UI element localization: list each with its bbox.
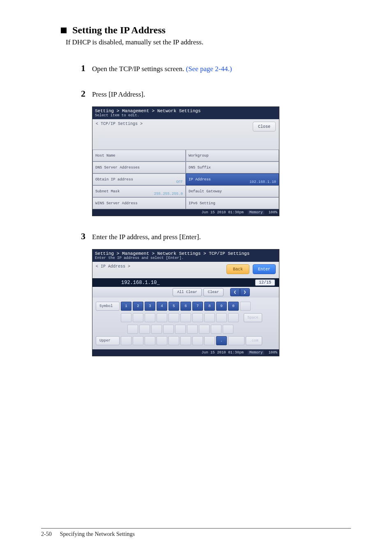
- ip-address-button[interactable]: IP Address192.168.1.10: [186, 173, 279, 185]
- settings-grid: Host Name Workgroup DNS Server Addresses…: [92, 150, 279, 209]
- workgroup-label: Workgroup: [189, 154, 276, 158]
- page-footer: 2-50 Specifying the Network Settings: [41, 528, 351, 538]
- key-disabled: [121, 313, 131, 322]
- key-disabled: [175, 325, 186, 334]
- key-9[interactable]: 9: [216, 302, 227, 311]
- ip-address-value: 192.168.1.10: [249, 180, 276, 184]
- datetime-label: Jun 15 2010 01:30pm: [201, 351, 244, 355]
- upper-button[interactable]: Upper: [96, 336, 120, 345]
- screenshot-footer: Jun 15 2010 01:30pm Memory 100%: [92, 209, 279, 216]
- step-2: 2 Press [IP Address].: [78, 88, 351, 99]
- key-disabled: [133, 313, 143, 322]
- key-disabled: [187, 325, 198, 334]
- page-footer-title: Specifying the Network Settings: [60, 531, 135, 538]
- key-3[interactable]: 3: [145, 302, 155, 311]
- char-count: 12/15: [255, 279, 275, 286]
- kbd-row-2: Space: [96, 313, 276, 322]
- ip-input-value[interactable]: 192.168.1.10_: [121, 280, 160, 286]
- key-2[interactable]: 2: [133, 302, 143, 311]
- obtain-ip-button[interactable]: Obtain IP addressOFF: [92, 173, 186, 185]
- key-disabled: [121, 336, 131, 345]
- step-text: Press [IP Address].: [92, 90, 145, 99]
- default-gateway-button[interactable]: Default Gateway: [186, 185, 279, 197]
- step-3: 3 Enter the IP address, and press [Enter…: [78, 231, 351, 242]
- screenshot-tcpip-settings: Setting > Management > Network Settings …: [92, 106, 279, 216]
- soft-keyboard: Symbol 1 2 3 4 5 6 7 8 9 0 S: [92, 298, 279, 349]
- key-disabled: [240, 302, 251, 311]
- dns-server-label: DNS Server Addresses: [95, 166, 183, 170]
- key-disabled: [127, 325, 138, 334]
- key-8[interactable]: 8: [204, 302, 215, 311]
- screenshot-topbar: < TCP/IP Settings > Close: [92, 119, 279, 150]
- edit-bar: All Clear Clear ❮ ❯: [92, 287, 279, 298]
- key-disabled: [204, 336, 215, 345]
- all-clear-button[interactable]: All Clear: [173, 288, 202, 296]
- arrow-right-icon[interactable]: ❯: [240, 288, 250, 296]
- key-disabled: [151, 325, 162, 334]
- step-text: Enter the IP address, and press [Enter].: [92, 233, 201, 241]
- key-disabled: [168, 313, 179, 322]
- key-0[interactable]: 0: [228, 302, 239, 311]
- dns-server-button[interactable]: DNS Server Addresses: [92, 162, 186, 173]
- enter-button[interactable]: Enter: [253, 264, 276, 274]
- space-button[interactable]: Space: [244, 313, 262, 322]
- key-disabled: [192, 313, 203, 322]
- key-7[interactable]: 7: [192, 302, 203, 311]
- host-name-button[interactable]: Host Name: [92, 150, 186, 162]
- breadcrumb: Setting > Management > Network Settings: [95, 108, 277, 113]
- workgroup-button[interactable]: Workgroup: [186, 150, 279, 162]
- host-name-label: Host Name: [95, 154, 183, 158]
- key-disabled: [145, 313, 155, 322]
- arrow-left-icon[interactable]: ❮: [230, 288, 240, 296]
- step-text: Open the TCP/IP settings screen. (See pa…: [92, 65, 232, 73]
- key-disabled: [157, 336, 167, 345]
- subnet-value: 255.255.255.0: [154, 192, 183, 196]
- key-dot[interactable]: .: [216, 336, 227, 345]
- key-disabled: [163, 325, 174, 334]
- key-disabled: [216, 313, 227, 322]
- obtain-ip-value: OFF: [176, 180, 183, 184]
- screenshot-ip-entry: Setting > Management > Network Settings …: [92, 249, 279, 356]
- key-disabled: [228, 313, 239, 322]
- key-5[interactable]: 5: [168, 302, 179, 311]
- key-disabled: [133, 336, 143, 345]
- page-number: 2-50: [41, 531, 52, 538]
- kbd-row-4: Upper . .com: [96, 336, 276, 345]
- datetime-label: Jun 15 2010 01:30pm: [201, 210, 244, 215]
- dotcom-button[interactable]: .com: [246, 336, 262, 345]
- key-disabled: [223, 325, 233, 334]
- wins-server-button[interactable]: WINS Server Address: [92, 197, 186, 209]
- close-button[interactable]: Close: [253, 122, 276, 132]
- key-disabled: [199, 325, 210, 334]
- memory-label: Memory: [248, 210, 264, 215]
- subnet-mask-button[interactable]: Subnet Mask255.255.255.0: [92, 185, 186, 197]
- key-disabled: [157, 313, 167, 322]
- step-number: 2: [78, 88, 85, 99]
- bullet-square-icon: [61, 28, 67, 33]
- memory-percent: 100%: [268, 210, 277, 215]
- key-1[interactable]: 1: [121, 302, 131, 311]
- cursor-arrows: ❮ ❯: [230, 288, 250, 296]
- key-disabled: [204, 313, 215, 322]
- key-6[interactable]: 6: [180, 302, 191, 311]
- key-disabled: [180, 313, 191, 322]
- clear-button[interactable]: Clear: [203, 288, 224, 296]
- screenshot-topbar: < IP Address > Back Enter: [92, 262, 279, 278]
- key-4[interactable]: 4: [157, 302, 167, 311]
- kbd-row-3: [96, 325, 276, 334]
- step-1-body: Open the TCP/IP settings screen.: [92, 65, 186, 73]
- symbol-button[interactable]: Symbol: [96, 302, 120, 311]
- back-button[interactable]: Back: [226, 264, 249, 274]
- section-heading-row: Setting the IP Address: [61, 25, 351, 36]
- dns-suffix-button[interactable]: DNS Suffix: [186, 162, 279, 173]
- section-intro: If DHCP is disabled, manually set the IP…: [66, 38, 351, 46]
- see-page-link[interactable]: (See page 2-44.): [186, 65, 232, 73]
- key-disabled: [228, 336, 244, 345]
- dns-suffix-label: DNS Suffix: [189, 166, 276, 170]
- step-number: 1: [78, 63, 85, 74]
- key-disabled: [145, 336, 155, 345]
- screenshot-header: Setting > Management > Network Settings …: [92, 249, 279, 262]
- ipv6-setting-button[interactable]: IPv6 Setting: [186, 197, 279, 209]
- key-disabled: [139, 325, 150, 334]
- wins-label: WINS Server Address: [95, 201, 183, 205]
